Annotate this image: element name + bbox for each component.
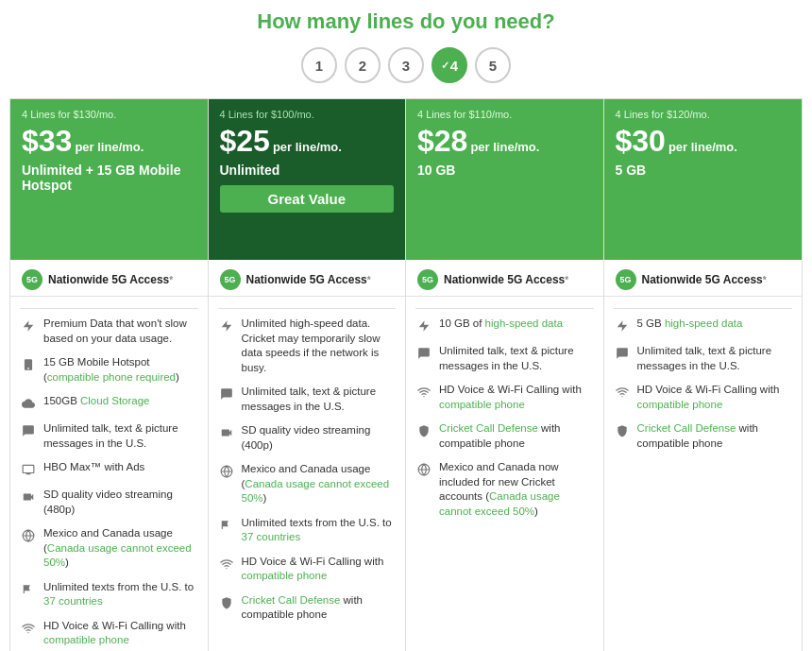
- feature-text: Premium Data that won't slow based on yo…: [43, 317, 198, 346]
- feature-item: HD Voice & Wi-Fi Calling with compatible…: [218, 555, 397, 584]
- wifi-icon: [415, 384, 432, 401]
- line-btn-1[interactable]: 1: [301, 47, 337, 83]
- price-dollar: $33: [22, 124, 72, 159]
- feature-link[interactable]: 37 countries: [43, 595, 103, 607]
- price-suffix: per line/mo.: [470, 140, 539, 154]
- plan-lines-tag: 4 Lines for $120/mo.: [616, 109, 791, 120]
- feature-text: 10 GB of high-speed data: [439, 317, 563, 332]
- line-btn-5[interactable]: 5: [475, 47, 511, 83]
- plan-header-plan-25: 4 Lines for $100/mo.$25per line/mo.Unlim…: [209, 99, 406, 260]
- globe-icon: [415, 461, 432, 478]
- feature-item: 15 GB Mobile Hotspot (compatible phone r…: [20, 355, 198, 385]
- video-icon: [218, 424, 235, 441]
- price-suffix: per line/mo.: [668, 140, 737, 154]
- feature-link[interactable]: high-speed data: [485, 317, 563, 329]
- feature-item: Unlimited talk, text & picture messages …: [415, 344, 594, 373]
- feature-item: Cricket Call Defense with compatible pho…: [218, 593, 397, 623]
- feature-item: 5 GB high-speed data: [614, 317, 793, 334]
- shield-icon: [415, 422, 432, 439]
- price-dollar: $30: [616, 124, 666, 159]
- price-row: $30per line/mo.: [616, 124, 791, 159]
- feature-link[interactable]: Canada usage cannot exceed 50%: [242, 478, 390, 505]
- line-btn-4[interactable]: ✓4: [431, 47, 467, 83]
- message-icon: [20, 422, 37, 439]
- wifi-icon: [614, 384, 631, 401]
- message-icon: [218, 385, 235, 403]
- message-icon: [614, 345, 631, 362]
- feature-link[interactable]: compatible phone: [43, 634, 129, 645]
- feature-link[interactable]: compatible phone: [439, 399, 525, 410]
- feature-link[interactable]: compatible phone required: [47, 371, 176, 383]
- features-list-plan-25: Unlimited high-speed data. Cricket may t…: [209, 297, 406, 651]
- globe-icon: [20, 527, 37, 544]
- bolt-icon: [218, 317, 235, 334]
- bolt-icon: [20, 317, 37, 334]
- price-suffix: per line/mo.: [75, 140, 144, 154]
- price-row: $25per line/mo.: [220, 124, 395, 159]
- tv-icon: [20, 461, 37, 478]
- features-list-plan-33: Premium Data that won't slow based on yo…: [10, 297, 208, 651]
- line-btn-2[interactable]: 2: [345, 47, 381, 83]
- 5g-label: Nationwide 5G Access*: [48, 273, 173, 286]
- flag-icon: [20, 581, 37, 598]
- plan-lines-tag: 4 Lines for $100/mo.: [220, 109, 395, 120]
- 5g-badge: 5G: [22, 269, 42, 290]
- feature-link[interactable]: 37 countries: [242, 531, 301, 542]
- feature-link[interactable]: high-speed data: [665, 317, 742, 329]
- globe-icon: [218, 463, 235, 480]
- feature-text: Unlimited talk, text & picture messages …: [43, 421, 198, 451]
- great-value-badge: Great Value: [220, 185, 395, 213]
- feature-text: SD quality video streaming (400p): [242, 423, 397, 453]
- feature-link[interactable]: Cricket Call Defense: [637, 422, 736, 434]
- price-suffix: per line/mo.: [273, 140, 342, 154]
- price-row: $33per line/mo.: [22, 124, 196, 159]
- page-title: How many lines do you need?: [9, 9, 803, 34]
- feature-text: Unlimited talk, text & picture messages …: [637, 344, 793, 373]
- 5g-badge: 5G: [220, 269, 241, 290]
- feature-text: Mexico and Canada now included for new C…: [439, 460, 594, 519]
- feature-item: Premium Data that won't slow based on yo…: [20, 317, 198, 346]
- feature-text: Unlimited talk, text & picture messages …: [439, 344, 594, 373]
- feature-text: HD Voice & Wi-Fi Calling with compatible…: [43, 619, 198, 648]
- feature-text: Cricket Call Defense with compatible pho…: [637, 421, 793, 451]
- plan-col-plan-30: 4 Lines for $120/mo.$30per line/mo.5 GB5…: [604, 99, 803, 651]
- feature-link[interactable]: Cricket Call Defense: [242, 594, 341, 606]
- feature-text: Unlimited talk, text & picture messages …: [242, 385, 397, 414]
- plan-col-plan-28: 4 Lines for $110/mo.$28per line/mo.10 GB…: [406, 99, 604, 651]
- plan-5g-row: 5GNationwide 5G Access*: [10, 260, 208, 297]
- feature-item: Unlimited talk, text & picture messages …: [20, 421, 198, 451]
- feature-text: HBO Max™ with Ads: [43, 460, 144, 475]
- plans-grid: 4 Lines for $130/mo.$33per line/mo.Unlim…: [9, 98, 803, 651]
- feature-item: 10 GB of high-speed data: [415, 317, 594, 334]
- plan-col-plan-25: 4 Lines for $100/mo.$25per line/mo.Unlim…: [209, 99, 407, 651]
- feature-text: Mexico and Canada usage (Canada usage ca…: [242, 462, 397, 506]
- feature-item: Unlimited texts from the U.S. to 37 coun…: [218, 516, 397, 545]
- feature-item: Mexico and Canada usage (Canada usage ca…: [218, 462, 397, 506]
- wifi-icon: [218, 556, 235, 573]
- feature-text: Cricket Call Defense with compatible pho…: [242, 593, 397, 623]
- 5g-label: Nationwide 5G Access*: [642, 273, 767, 286]
- feature-link[interactable]: compatible phone: [242, 570, 328, 581]
- bolt-icon: [415, 317, 432, 334]
- 5g-label: Nationwide 5G Access*: [444, 273, 568, 286]
- feature-link[interactable]: Cricket Call Defense: [439, 422, 538, 434]
- wifi-icon: [20, 620, 37, 637]
- feature-item: Unlimited talk, text & picture messages …: [614, 344, 793, 373]
- feature-item: HD Voice & Wi-Fi Calling with compatible…: [614, 383, 793, 412]
- feature-text: HD Voice & Wi-Fi Calling with compatible…: [242, 555, 397, 584]
- feature-item: Unlimited talk, text & picture messages …: [218, 385, 397, 414]
- plan-data-label: Unlimited + 15 GB Mobile Hotspot: [22, 163, 196, 193]
- 5g-label: Nationwide 5G Access*: [246, 273, 371, 286]
- flag-icon: [218, 517, 235, 534]
- feature-link[interactable]: Canada usage cannot exceed 50%: [439, 490, 560, 517]
- feature-text: Unlimited high-speed data. Cricket may t…: [242, 317, 397, 375]
- feature-link[interactable]: compatible phone: [637, 399, 723, 410]
- 5g-badge: 5G: [616, 269, 636, 290]
- feature-text: 150GB Cloud Storage: [43, 394, 150, 409]
- 5g-badge: 5G: [417, 269, 438, 290]
- feature-link[interactable]: Cloud Storage: [80, 395, 150, 406]
- feature-item: Cricket Call Defense with compatible pho…: [415, 421, 594, 451]
- feature-link[interactable]: Canada usage cannot exceed 50%: [43, 542, 192, 569]
- feature-item: HD Voice & Wi-Fi Calling with compatible…: [415, 383, 594, 412]
- line-btn-3[interactable]: 3: [388, 47, 424, 83]
